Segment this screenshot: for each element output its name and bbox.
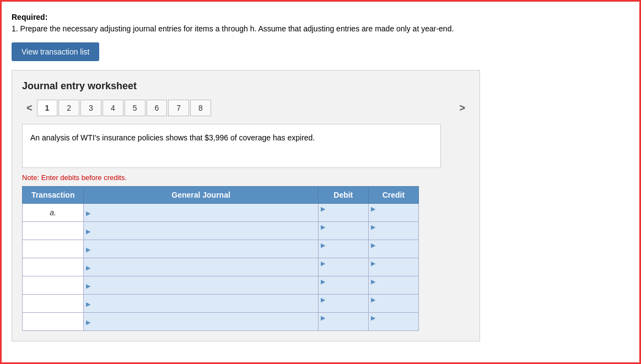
next-arrow[interactable]: > [455, 100, 470, 116]
journal-input[interactable] [91, 227, 298, 235]
journal-table: Transaction General Journal Debit Credit… [22, 186, 419, 331]
col-credit: Credit [368, 187, 418, 204]
debit-input-cell[interactable] [318, 240, 368, 258]
tab-nav: < 1 2 3 4 5 6 7 8 > [22, 100, 470, 116]
debit-input[interactable] [321, 268, 362, 276]
credit-input-cell[interactable] [368, 204, 418, 222]
tab-5[interactable]: 5 [125, 100, 146, 116]
journal-input-cell[interactable] [84, 295, 318, 313]
transaction-cell [23, 313, 84, 331]
transaction-cell [23, 258, 84, 276]
credit-input-cell[interactable] [368, 313, 418, 331]
table-row: a. [23, 204, 419, 222]
journal-input-cell[interactable] [84, 240, 318, 258]
required-instruction: 1. Prepare the necessary adjusting journ… [12, 24, 454, 33]
transaction-cell [23, 222, 84, 240]
description-text: An analysis of WTI's insurance policies … [30, 133, 315, 142]
tab-1[interactable]: 1 [37, 100, 58, 116]
tab-7[interactable]: 7 [168, 100, 189, 116]
tab-3[interactable]: 3 [80, 100, 101, 116]
debit-input[interactable] [321, 231, 362, 240]
debit-input[interactable] [321, 304, 362, 312]
transaction-cell [23, 240, 84, 258]
col-transaction: Transaction [23, 187, 84, 204]
required-heading: Required: [12, 13, 47, 21]
table-row [23, 313, 419, 331]
transaction-cell [23, 276, 84, 295]
description-box: An analysis of WTI's insurance policies … [22, 124, 441, 168]
credit-input[interactable] [371, 213, 412, 221]
debit-input-cell[interactable] [318, 222, 368, 240]
debit-input[interactable] [321, 322, 362, 330]
credit-input[interactable] [371, 249, 412, 258]
debit-input-cell[interactable] [318, 276, 368, 295]
journal-input-cell[interactable] [84, 258, 318, 276]
debit-input-cell[interactable] [318, 295, 368, 313]
debit-input-cell[interactable] [318, 204, 368, 222]
debit-input[interactable] [321, 249, 362, 258]
tab-6[interactable]: 6 [147, 100, 168, 116]
journal-input[interactable] [91, 300, 298, 308]
view-transaction-button[interactable]: View transaction list [12, 42, 99, 61]
journal-input[interactable] [91, 281, 298, 290]
credit-input-cell[interactable] [368, 258, 418, 276]
col-debit: Debit [318, 187, 368, 204]
journal-input-cell[interactable] [84, 276, 318, 295]
col-general-journal: General Journal [84, 187, 318, 204]
credit-input[interactable] [371, 322, 412, 330]
table-row [23, 295, 419, 313]
journal-input[interactable] [91, 318, 298, 326]
table-row [23, 240, 419, 258]
debit-input[interactable] [321, 213, 362, 221]
journal-input-cell[interactable] [84, 222, 318, 240]
transaction-cell [23, 295, 84, 313]
table-row [23, 258, 419, 276]
credit-input[interactable] [371, 304, 412, 312]
table-row [23, 276, 419, 295]
debit-input-cell[interactable] [318, 313, 368, 331]
journal-input[interactable] [91, 263, 298, 271]
debit-input[interactable] [321, 286, 362, 294]
debit-input-cell[interactable] [318, 258, 368, 276]
journal-input[interactable] [91, 209, 298, 217]
prev-arrow[interactable]: < [22, 100, 37, 116]
tab-8[interactable]: 8 [190, 100, 211, 116]
transaction-cell: a. [23, 204, 84, 222]
journal-input-cell[interactable] [84, 204, 318, 222]
journal-input[interactable] [91, 245, 298, 253]
worksheet-title: Journal entry worksheet [22, 80, 470, 92]
credit-input[interactable] [371, 231, 412, 240]
note-text: Note: Enter debits before credits. [22, 173, 470, 182]
journal-input-cell[interactable] [84, 313, 318, 331]
credit-input-cell[interactable] [368, 276, 418, 295]
required-section: Required: 1. Prepare the necessary adjus… [12, 12, 629, 35]
tab-4[interactable]: 4 [103, 100, 123, 116]
table-row [23, 222, 419, 240]
credit-input[interactable] [371, 286, 412, 294]
credit-input-cell[interactable] [368, 222, 418, 240]
tab-2[interactable]: 2 [58, 100, 79, 116]
credit-input-cell[interactable] [368, 240, 418, 258]
worksheet-container: Journal entry worksheet < 1 2 3 4 5 6 7 … [12, 70, 480, 341]
credit-input[interactable] [371, 268, 412, 276]
credit-input-cell[interactable] [368, 295, 418, 313]
